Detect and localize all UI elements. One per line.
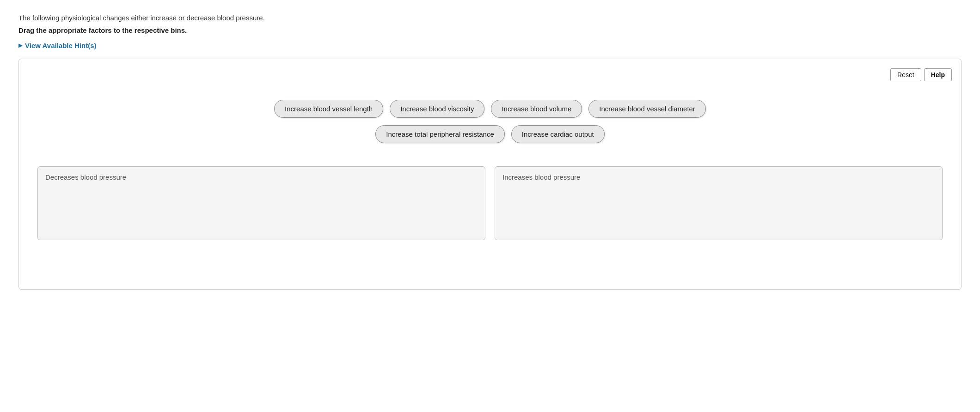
- item-peripheral-resistance[interactable]: Increase total peripheral resistance: [375, 125, 504, 143]
- item-vessel-length[interactable]: Increase blood vessel length: [274, 100, 383, 118]
- draggable-row-2: Increase total peripheral resistanceIncr…: [375, 125, 604, 143]
- reset-button[interactable]: Reset: [890, 68, 921, 81]
- item-vessel-diameter[interactable]: Increase blood vessel diameter: [588, 100, 706, 118]
- help-button[interactable]: Help: [924, 68, 952, 81]
- intro-description: The following physiological changes eith…: [18, 14, 962, 22]
- hint-link[interactable]: View Available Hint(s): [18, 42, 97, 49]
- draggable-area: Increase blood vessel lengthIncrease blo…: [28, 95, 952, 148]
- item-viscosity[interactable]: Increase blood viscosity: [390, 100, 484, 118]
- zone-decreases-label: Decreases blood pressure: [45, 173, 478, 181]
- item-cardiac-output[interactable]: Increase cardiac output: [511, 125, 605, 143]
- bold-instruction: Drag the appropriate factors to the resp…: [18, 26, 962, 34]
- zone-increases-label: Increases blood pressure: [502, 173, 935, 181]
- drop-zone-row: Decreases blood pressureIncreases blood …: [28, 166, 952, 240]
- draggable-row-1: Increase blood vessel lengthIncrease blo…: [274, 100, 706, 118]
- toolbar: Reset Help: [28, 68, 952, 81]
- zone-decreases[interactable]: Decreases blood pressure: [37, 166, 485, 240]
- item-blood-volume[interactable]: Increase blood volume: [491, 100, 582, 118]
- drag-container: Reset Help Increase blood vessel lengthI…: [18, 59, 962, 290]
- zone-increases[interactable]: Increases blood pressure: [495, 166, 943, 240]
